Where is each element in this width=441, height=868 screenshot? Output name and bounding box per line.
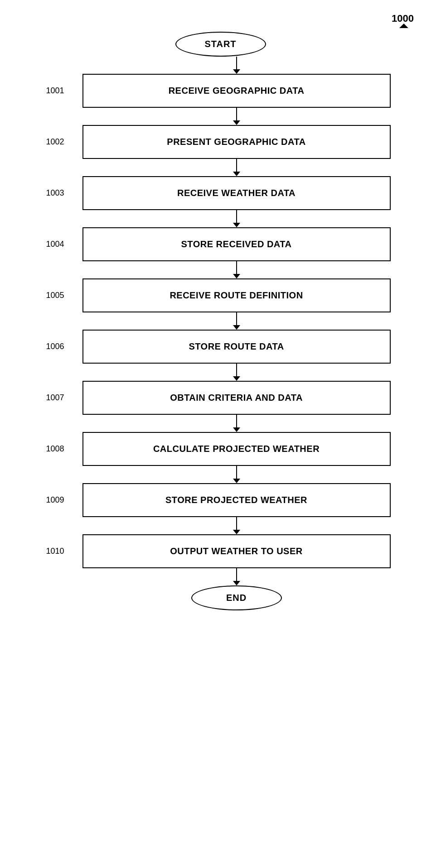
diagram-container: 1000 START 1001 RECEIVE GEOGRAPHIC DATA … — [0, 0, 441, 868]
step-1006-label: 1006 — [46, 342, 64, 351]
step-1003-box: RECEIVE WEATHER DATA — [82, 176, 391, 210]
end-label: END — [226, 593, 247, 603]
step-1005-row: 1005 RECEIVE ROUTE DEFINITION — [51, 278, 391, 312]
step-1010-box: OUTPUT WEATHER TO USER — [82, 534, 391, 568]
step-1003-text: RECEIVE WEATHER DATA — [177, 188, 296, 198]
step-1010-text: OUTPUT WEATHER TO USER — [170, 546, 302, 556]
step-1008-label: 1008 — [46, 444, 64, 454]
step-1008-text: CALCULATE PROJECTED WEATHER — [153, 444, 320, 454]
step-1010-label: 1010 — [46, 547, 64, 556]
step-1005-label: 1005 — [46, 291, 64, 300]
step-1006-box: STORE ROUTE DATA — [82, 330, 391, 364]
step-1008-row: 1008 CALCULATE PROJECTED WEATHER — [51, 432, 391, 466]
step-1006-row: 1006 STORE ROUTE DATA — [51, 330, 391, 364]
step-1003-label: 1003 — [46, 188, 64, 198]
step-1001-row: 1001 RECEIVE GEOGRAPHIC DATA — [51, 74, 391, 108]
step-1007-box: OBTAIN CRITERIA AND DATA — [82, 381, 391, 415]
step-1004-label: 1004 — [46, 240, 64, 249]
flowchart: START 1001 RECEIVE GEOGRAPHIC DATA 1002 … — [51, 32, 391, 610]
step-1005-text: RECEIVE ROUTE DEFINITION — [170, 290, 303, 301]
step-1008-box: CALCULATE PROJECTED WEATHER — [82, 432, 391, 466]
step-1001-text: RECEIVE GEOGRAPHIC DATA — [169, 86, 305, 96]
step-1005-box: RECEIVE ROUTE DEFINITION — [82, 278, 391, 312]
step-1004-row: 1004 STORE RECEIVED DATA — [51, 227, 391, 261]
step-1001-label: 1001 — [46, 86, 64, 96]
step-1002-text: PRESENT GEOGRAPHIC DATA — [167, 137, 305, 147]
step-1002-box: PRESENT GEOGRAPHIC DATA — [82, 125, 391, 159]
figure-number: 1000 — [392, 13, 414, 24]
step-1009-text: STORE PROJECTED WEATHER — [165, 495, 307, 505]
step-1004-box: STORE RECEIVED DATA — [82, 227, 391, 261]
end-oval: END — [191, 585, 282, 610]
step-1009-label: 1009 — [46, 495, 64, 505]
step-1009-row: 1009 STORE PROJECTED WEATHER — [51, 483, 391, 517]
step-1002-label: 1002 — [46, 137, 64, 147]
step-1007-label: 1007 — [46, 393, 64, 403]
start-label: START — [204, 39, 236, 49]
start-oval: START — [175, 32, 266, 57]
figure-arrow-icon — [399, 24, 408, 33]
step-1002-row: 1002 PRESENT GEOGRAPHIC DATA — [51, 125, 391, 159]
step-1001-box: RECEIVE GEOGRAPHIC DATA — [82, 74, 391, 108]
step-1003-row: 1003 RECEIVE WEATHER DATA — [51, 176, 391, 210]
step-1010-row: 1010 OUTPUT WEATHER TO USER — [51, 534, 391, 568]
step-1007-text: OBTAIN CRITERIA AND DATA — [170, 393, 303, 403]
step-1009-box: STORE PROJECTED WEATHER — [82, 483, 391, 517]
step-1007-row: 1007 OBTAIN CRITERIA AND DATA — [51, 381, 391, 415]
step-1006-text: STORE ROUTE DATA — [189, 341, 284, 352]
step-1004-text: STORE RECEIVED DATA — [181, 239, 292, 249]
